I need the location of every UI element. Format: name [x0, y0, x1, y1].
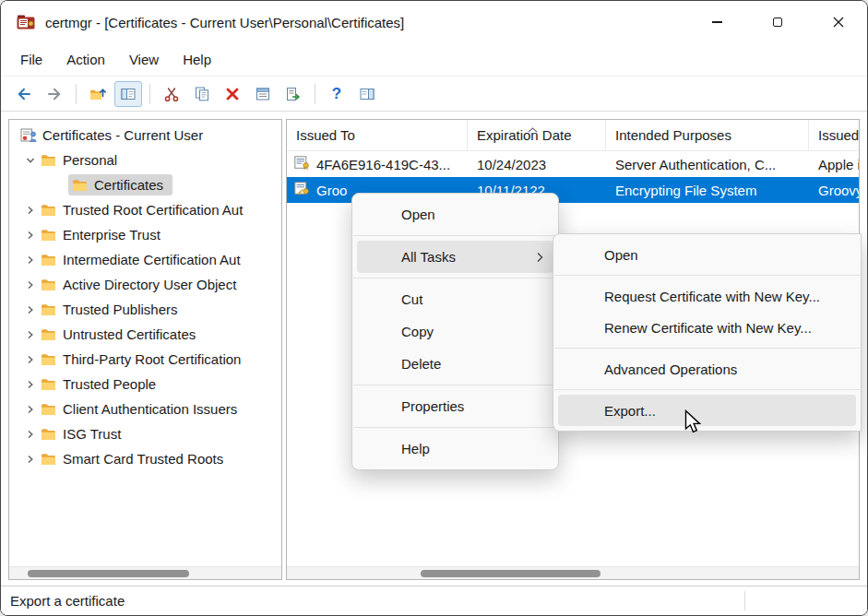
- status-bar: Export a certificate: [1, 586, 867, 615]
- tree-item-label: Certificates - Current User: [41, 127, 203, 143]
- chevron-right-icon[interactable]: [20, 380, 41, 389]
- all-tasks-submenu: Open Request Certificate with New Key...…: [553, 233, 862, 432]
- column-label: Expiration Date: [477, 127, 572, 143]
- close-button[interactable]: [817, 4, 860, 41]
- menu-file[interactable]: File: [8, 46, 54, 74]
- menu-separator: [353, 278, 557, 278]
- expiration-date-value: 10/24/2023: [477, 157, 546, 172]
- chevron-right-icon[interactable]: [20, 430, 41, 439]
- context-menu-item-cut[interactable]: Cut: [357, 283, 553, 315]
- menu-separator: [554, 389, 860, 390]
- window-title: certmgr - [Certificates - Current User\P…: [45, 15, 404, 30]
- tree-selection: Certificates: [68, 174, 172, 195]
- submenu-item-export[interactable]: Export...: [558, 395, 856, 426]
- certificate-tree: Certificates - Current User Personal: [9, 123, 281, 565]
- context-menu-item-properties[interactable]: Properties: [357, 390, 553, 422]
- chevron-right-icon[interactable]: [20, 206, 41, 215]
- folder-icon: [41, 229, 61, 242]
- chevron-right-icon[interactable]: [20, 280, 41, 290]
- maximize-button[interactable]: [756, 4, 799, 41]
- tree-item-label: Trusted People: [61, 376, 156, 392]
- tree-item-third-party-root[interactable]: Third-Party Root Certification: [9, 347, 281, 372]
- title-bar: certmgr - [Certificates - Current User\P…: [1, 1, 867, 43]
- menu-separator: [353, 427, 557, 428]
- tree-item-certificates-current-user[interactable]: Certificates - Current User: [9, 123, 281, 148]
- tree-item-label: Client Authentication Issuers: [61, 401, 237, 417]
- menu-view[interactable]: View: [117, 46, 171, 74]
- tree-item-label: Enterprise Trust: [61, 227, 161, 243]
- chevron-right-icon[interactable]: [20, 255, 41, 265]
- submenu-item-advanced-operations[interactable]: Advanced Operations: [558, 353, 856, 385]
- tree-item-label: Intermediate Certification Aut: [61, 252, 241, 267]
- menu-action[interactable]: Action: [54, 46, 117, 74]
- folder-icon: [72, 179, 92, 192]
- menu-help[interactable]: Help: [171, 46, 223, 74]
- tree-item-enterprise-trust[interactable]: Enterprise Trust: [9, 222, 281, 247]
- submenu-item-open[interactable]: Open: [558, 239, 856, 270]
- status-divider: [744, 591, 745, 610]
- properties-button[interactable]: [249, 81, 277, 107]
- toolbar-separator: [315, 84, 315, 104]
- help-button[interactable]: ?: [323, 81, 351, 107]
- chevron-right-icon[interactable]: [20, 305, 41, 314]
- horizontal-scrollbar[interactable]: [287, 566, 859, 579]
- tree-item-certificates[interactable]: Certificates: [9, 172, 281, 197]
- chevron-right-icon[interactable]: [20, 231, 41, 240]
- column-label: Intended Purposes: [615, 127, 731, 143]
- tree-item-trusted-people[interactable]: Trusted People: [9, 372, 281, 397]
- delete-button[interactable]: [219, 81, 246, 107]
- context-menu-item-help[interactable]: Help: [357, 432, 553, 465]
- context-menu-item-delete[interactable]: Delete: [357, 348, 553, 380]
- certificate-key-icon: [294, 182, 310, 198]
- cut-button[interactable]: [158, 81, 185, 107]
- column-header-intended-purposes[interactable]: Intended Purposes: [606, 120, 809, 150]
- copy-button[interactable]: [188, 81, 216, 107]
- context-menu-item-open[interactable]: Open: [357, 198, 553, 231]
- export-list-button[interactable]: [279, 81, 307, 107]
- tree-item-trusted-root[interactable]: Trusted Root Certification Aut: [9, 197, 281, 222]
- column-header-issued-to[interactable]: Issued To: [287, 120, 468, 150]
- show-console-tree-button[interactable]: [114, 81, 142, 107]
- tree-item-ad-user-object[interactable]: Active Directory User Object: [9, 272, 281, 297]
- context-menu-item-all-tasks[interactable]: All Tasks: [357, 241, 553, 273]
- tree-item-label: Trusted Publishers: [61, 302, 178, 317]
- chevron-down-icon[interactable]: [20, 156, 41, 165]
- folder-icon: [41, 453, 61, 466]
- back-button[interactable]: [10, 81, 38, 107]
- tree-item-personal[interactable]: Personal: [9, 148, 281, 172]
- scrollbar-thumb[interactable]: [28, 570, 189, 577]
- chevron-right-icon[interactable]: [20, 455, 41, 464]
- forward-button[interactable]: [41, 81, 68, 107]
- toolbar-separator: [76, 84, 77, 104]
- chevron-right-icon[interactable]: [20, 355, 41, 364]
- folder-icon: [41, 303, 61, 316]
- chevron-right-icon[interactable]: [20, 405, 41, 414]
- up-one-level-button[interactable]: [84, 81, 112, 107]
- intended-purposes-value: Server Authentication, C...: [615, 157, 776, 172]
- copy-icon: [194, 86, 210, 102]
- tree-item-intermediate[interactable]: Intermediate Certification Aut: [9, 247, 281, 272]
- arrow-right-icon: [46, 86, 63, 102]
- export-list-icon: [285, 86, 302, 102]
- submenu-item-renew-certificate[interactable]: Renew Certificate with New Key...: [558, 312, 856, 343]
- show-action-pane-button[interactable]: [353, 81, 381, 107]
- tree-item-isg-trust[interactable]: ISG Trust: [9, 421, 281, 446]
- column-label: Issued: [818, 127, 859, 143]
- context-menu: Open All Tasks Cut Copy Delete Propertie…: [351, 193, 559, 470]
- tree-item-smart-card-trusted-roots[interactable]: Smart Card Trusted Roots: [9, 446, 281, 471]
- folder-icon: [41, 353, 61, 366]
- sort-ascending-icon: [528, 120, 538, 136]
- properties-icon: [255, 86, 271, 102]
- certificate-row[interactable]: 4FA6E916-419C-43... 10/24/2023 Server Au…: [287, 151, 859, 177]
- horizontal-scrollbar[interactable]: [9, 566, 281, 579]
- column-header-issued-by[interactable]: Issued: [809, 120, 859, 150]
- tree-item-untrusted-certificates[interactable]: Untrusted Certificates: [9, 322, 281, 347]
- tree-item-client-auth-issuers[interactable]: Client Authentication Issuers: [9, 397, 281, 421]
- context-menu-item-copy[interactable]: Copy: [357, 315, 553, 348]
- chevron-right-icon[interactable]: [20, 330, 41, 339]
- minimize-button[interactable]: [696, 4, 738, 41]
- submenu-item-request-certificate[interactable]: Request Certificate with New Key...: [558, 280, 856, 312]
- scrollbar-thumb[interactable]: [421, 570, 600, 577]
- tree-item-trusted-publishers[interactable]: Trusted Publishers: [9, 297, 281, 322]
- folder-up-icon: [89, 86, 106, 102]
